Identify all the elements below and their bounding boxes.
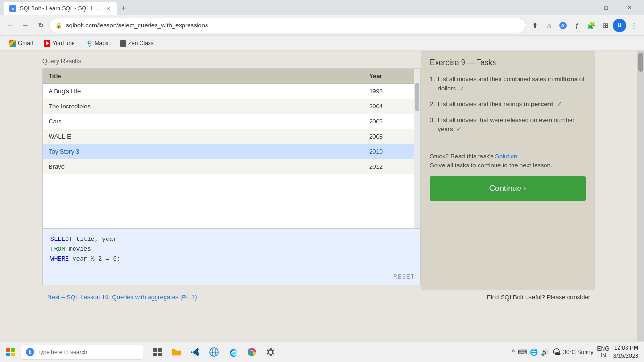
tray-chevron[interactable]: ^ [512, 348, 515, 356]
page-scrollbar[interactable] [637, 51, 644, 341]
language-indicator: ENGIN [597, 346, 610, 359]
clock-time: 12:03 PM [613, 344, 638, 352]
svg-point-18 [250, 351, 254, 354]
window-controls: ─ ◻ ✕ [571, 1, 640, 14]
edge-button[interactable] [224, 344, 241, 361]
system-tray: ^ ⌨ 🌐 🔊 🌤 30°C Sunny ENGIN 12:03 PM 3/15… [508, 344, 642, 360]
favorites-button[interactable]: ☆ [542, 19, 555, 32]
next-lesson-link[interactable]: Next – SQL Lesson 10: Queries with aggre… [42, 294, 197, 301]
ext-button2[interactable]: ƒ [570, 19, 584, 32]
task-item-2: 2. List all movies and their ratings in … [430, 99, 586, 109]
profile-button[interactable]: U [613, 19, 626, 32]
share-button[interactable]: ⬆ [528, 19, 541, 32]
bookmark-youtube[interactable]: YouTube [40, 39, 78, 48]
table-row: A Bug's Life 1998 [43, 84, 420, 99]
win-sq2 [11, 348, 15, 352]
col-year: Year [363, 69, 420, 84]
start-button[interactable] [2, 344, 19, 361]
active-tab[interactable]: S SQLBolt - Learn SQL - SQL Lesso × [4, 2, 117, 15]
cell-year: 2006 [363, 114, 420, 129]
title-bar: S SQLBolt - Learn SQL - SQL Lesso × + ─ … [0, 0, 644, 15]
code-from-table: movies [69, 246, 91, 253]
svg-text:S: S [12, 7, 14, 10]
results-table: Title Year A Bug's Life 1998 T [43, 69, 420, 174]
clock-date: 3/15/2023 [613, 352, 638, 360]
query-section: Query Results Title Year [42, 51, 421, 290]
solution-hint2: Solve all tasks to continue to the next … [430, 162, 586, 169]
maps-favicon [86, 40, 93, 47]
table-scroll-thumb [415, 83, 419, 111]
split-button[interactable]: ⊞ [599, 19, 612, 32]
menu-button[interactable]: ⋮ [627, 19, 640, 32]
main-area: Query Results Title Year [0, 51, 637, 341]
tray-network[interactable]: 🌐 [530, 348, 538, 356]
cell-year: 2008 [363, 129, 420, 144]
keyword-select: SELECT [50, 236, 73, 243]
youtube-favicon [44, 40, 50, 47]
svg-rect-12 [158, 353, 162, 356]
bookmarks-bar: Gmail YouTube Maps Zen Class [0, 36, 644, 51]
ext-button3[interactable]: 🧩 [585, 19, 598, 32]
file-explorer-button[interactable] [168, 344, 185, 361]
code-line-2: FROM movies [50, 245, 413, 255]
page-content: Query Results Title Year [0, 51, 644, 341]
forward-button[interactable]: → [19, 19, 32, 32]
reload-button[interactable]: ↻ [34, 19, 47, 32]
minimize-button[interactable]: ─ [571, 1, 593, 14]
svg-text:b: b [29, 350, 32, 354]
continue-button[interactable]: Continue › [430, 176, 586, 201]
task-text-2: List all movies and their ratings in per… [438, 99, 562, 109]
table-row: Cars 2006 [43, 114, 420, 129]
ext-button1[interactable]: A [556, 19, 570, 32]
back-button[interactable]: ← [4, 19, 17, 32]
cell-title: Cars [43, 114, 363, 129]
table-row: Brave 2012 [43, 159, 420, 174]
windows-logo [6, 348, 15, 356]
win-sq4 [11, 353, 15, 356]
svg-rect-9 [153, 348, 157, 352]
cell-title: WALL-E [43, 129, 363, 144]
cell-year: 2004 [363, 99, 420, 114]
table-row-highlighted: Toy Story 3 2010 [43, 144, 420, 159]
maximize-button[interactable]: ◻ [595, 1, 617, 14]
chrome-button[interactable] [243, 344, 260, 361]
settings-button[interactable] [262, 344, 279, 361]
bookmark-zen[interactable]: Zen Class [116, 39, 157, 48]
nav-actions: ⬆ ☆ A ƒ 🧩 ⊞ U ⋮ [528, 19, 640, 32]
svg-point-7 [89, 41, 91, 43]
code-editor[interactable]: SELECT title, year FROM movies WHERE yea… [42, 229, 421, 285]
new-tab-button[interactable]: + [117, 2, 130, 15]
query-results-label: Query Results [42, 56, 421, 65]
tasks-panel: Exercise 9 — Tasks 1. List all movies an… [421, 51, 595, 290]
navigation-bar: ← → ↻ 🔒 sqlbolt.com/lesson/select_querie… [0, 15, 644, 36]
win-sq1 [6, 348, 10, 352]
task-view-button[interactable] [149, 344, 166, 361]
solution-hint: Stuck? Read this task's [430, 153, 494, 160]
bookmark-maps[interactable]: Maps [83, 39, 112, 48]
bookmark-gmail[interactable]: Gmail [6, 39, 36, 48]
tray-volume[interactable]: 🔊 [541, 348, 549, 356]
table-scrollbar[interactable] [414, 69, 420, 228]
taskbar-apps [149, 344, 279, 361]
task-check-1: ✓ [460, 85, 465, 92]
svg-rect-10 [158, 348, 162, 352]
keyword-where: WHERE [50, 255, 69, 263]
solution-link[interactable]: Solution [495, 153, 517, 160]
tray-keyboard[interactable]: ⌨ [518, 348, 527, 356]
browser-shortcut-button[interactable] [206, 344, 223, 361]
tab-favicon: S [9, 5, 16, 12]
weather-text: 30°C Sunny [563, 349, 593, 355]
reset-button[interactable]: RESET [393, 273, 414, 280]
task-text-1: List all movies and their combined sales… [438, 74, 586, 93]
task-bold-2: in percent [524, 100, 553, 107]
vscode-button[interactable] [187, 344, 204, 361]
win-sq3 [6, 353, 10, 356]
address-bar[interactable]: 🔒 sqlbolt.com/lesson/select_queries_with… [49, 18, 526, 33]
table-row: WALL-E 2008 [43, 129, 420, 144]
bookmark-zen-label: Zen Class [128, 40, 154, 47]
solution-section: Stuck? Read this task's Solution Solve a… [430, 153, 586, 169]
taskbar-search[interactable]: b Type here to search [21, 345, 143, 360]
close-button[interactable]: ✕ [619, 1, 640, 14]
content-wrapper: Query Results Title Year [42, 51, 595, 290]
tab-close-button[interactable]: × [106, 4, 111, 13]
